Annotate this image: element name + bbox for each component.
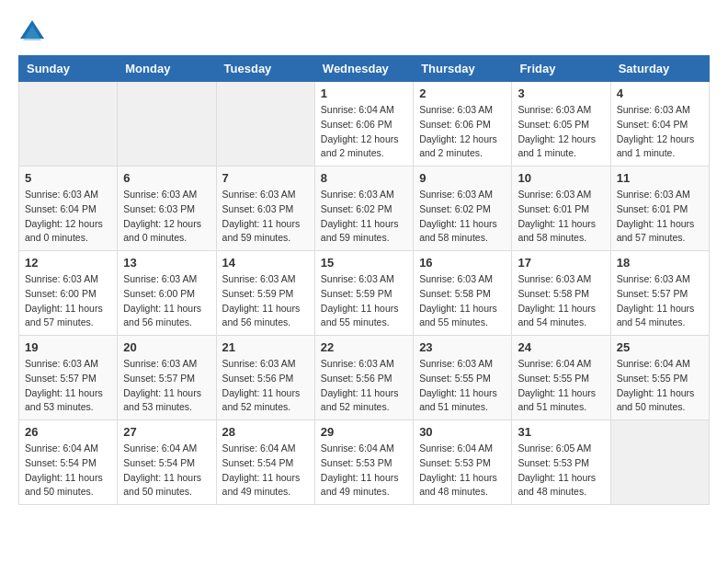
- calendar-week-row: 26Sunrise: 6:04 AMSunset: 5:54 PMDayligh…: [19, 420, 710, 505]
- daylight-hours: Daylight: 11 hours: [25, 303, 103, 314]
- day-number: 16: [419, 256, 506, 270]
- sunset-info: Sunset: 5:59 PM: [321, 288, 392, 299]
- weekday-header: Sunday: [19, 56, 118, 82]
- calendar-cell: 6Sunrise: 6:03 AMSunset: 6:03 PMDaylight…: [118, 167, 216, 251]
- day-info-line: and 2 minutes.: [321, 147, 384, 158]
- day-info-line: and 59 minutes.: [321, 232, 390, 243]
- day-info: Sunrise: 6:04 AMSunset: 5:54 PMDaylight:…: [123, 442, 210, 500]
- daylight-hours: Daylight: 11 hours: [25, 387, 103, 398]
- calendar-cell: 25Sunrise: 6:04 AMSunset: 5:55 PMDayligh…: [610, 336, 709, 420]
- daylight-hours: Daylight: 12 hours: [25, 218, 103, 229]
- day-info: Sunrise: 6:03 AMSunset: 6:03 PMDaylight:…: [222, 188, 309, 246]
- sunset-info: Sunset: 5:57 PM: [617, 288, 688, 299]
- daylight-hours: Daylight: 12 hours: [617, 133, 695, 144]
- sunset-info: Sunset: 5:54 PM: [25, 457, 97, 468]
- daylight-hours: Daylight: 12 hours: [123, 218, 201, 229]
- day-number: 17: [518, 256, 604, 270]
- day-number: 11: [617, 171, 703, 185]
- day-number: 8: [321, 171, 407, 185]
- day-info-line: and 54 minutes.: [518, 316, 586, 327]
- day-info: Sunrise: 6:03 AMSunset: 6:01 PMDaylight:…: [518, 188, 604, 246]
- day-info-line: and 50 minutes.: [123, 486, 192, 497]
- day-number: 4: [617, 86, 703, 100]
- sunrise-info: Sunrise: 6:03 AM: [518, 189, 591, 200]
- calendar-cell: 2Sunrise: 6:03 AMSunset: 6:06 PMDaylight…: [414, 82, 512, 167]
- day-info-line: and 2 minutes.: [419, 147, 483, 158]
- day-info: Sunrise: 6:03 AMSunset: 6:00 PMDaylight:…: [25, 272, 111, 330]
- calendar-cell: 9Sunrise: 6:03 AMSunset: 6:02 PMDaylight…: [414, 167, 512, 251]
- day-info: Sunrise: 6:04 AMSunset: 5:55 PMDaylight:…: [617, 357, 703, 415]
- weekday-header: Thursday: [414, 56, 512, 82]
- day-number: 9: [419, 171, 506, 185]
- sunrise-info: Sunrise: 6:03 AM: [123, 189, 197, 200]
- sunset-info: Sunset: 5:56 PM: [222, 373, 294, 384]
- sunset-info: Sunset: 6:00 PM: [25, 288, 97, 299]
- daylight-hours: Daylight: 11 hours: [25, 472, 103, 483]
- day-info-line: and 0 minutes.: [25, 232, 88, 243]
- calendar-cell: [610, 420, 709, 505]
- sunset-info: Sunset: 6:02 PM: [321, 203, 392, 214]
- sunrise-info: Sunrise: 6:04 AM: [321, 442, 394, 454]
- day-info: Sunrise: 6:03 AMSunset: 5:58 PMDaylight:…: [518, 272, 604, 330]
- sunset-info: Sunset: 6:01 PM: [617, 203, 688, 214]
- daylight-hours: Daylight: 11 hours: [419, 387, 497, 398]
- calendar-cell: 16Sunrise: 6:03 AMSunset: 5:58 PMDayligh…: [414, 251, 512, 336]
- day-info-line: and 56 minutes.: [123, 316, 192, 327]
- day-number: 2: [419, 86, 506, 100]
- daylight-hours: Daylight: 11 hours: [419, 218, 497, 229]
- day-info-line: and 58 minutes.: [518, 232, 586, 243]
- weekday-header: Tuesday: [216, 56, 314, 82]
- daylight-hours: Daylight: 12 hours: [321, 133, 399, 144]
- calendar-cell: 27Sunrise: 6:04 AMSunset: 5:54 PMDayligh…: [118, 420, 216, 505]
- weekday-header-row: SundayMondayTuesdayWednesdayThursdayFrid…: [19, 56, 710, 82]
- calendar-cell: 18Sunrise: 6:03 AMSunset: 5:57 PMDayligh…: [610, 251, 709, 336]
- sunrise-info: Sunrise: 6:03 AM: [419, 104, 493, 115]
- daylight-hours: Daylight: 11 hours: [123, 472, 201, 483]
- calendar-cell: [118, 82, 216, 167]
- day-info: Sunrise: 6:04 AMSunset: 6:06 PMDaylight:…: [321, 103, 407, 161]
- day-number: 20: [123, 340, 210, 354]
- day-info-line: and 58 minutes.: [419, 232, 488, 243]
- day-info-line: and 50 minutes.: [25, 486, 94, 497]
- calendar-table: SundayMondayTuesdayWednesdayThursdayFrid…: [18, 55, 710, 505]
- sunset-info: Sunset: 6:03 PM: [123, 203, 195, 214]
- day-number: 24: [518, 340, 604, 354]
- calendar-week-row: 19Sunrise: 6:03 AMSunset: 5:57 PMDayligh…: [19, 336, 710, 420]
- daylight-hours: Daylight: 11 hours: [419, 472, 497, 483]
- day-number: 28: [222, 425, 309, 439]
- sunrise-info: Sunrise: 6:03 AM: [518, 273, 591, 284]
- daylight-hours: Daylight: 11 hours: [222, 218, 301, 229]
- day-number: 18: [617, 256, 703, 270]
- day-info: Sunrise: 6:03 AMSunset: 5:57 PMDaylight:…: [617, 272, 703, 330]
- calendar-cell: 17Sunrise: 6:03 AMSunset: 5:58 PMDayligh…: [512, 251, 610, 336]
- sunset-info: Sunset: 5:53 PM: [419, 457, 491, 468]
- page-header: [18, 18, 710, 46]
- day-number: 14: [222, 256, 309, 270]
- sunrise-info: Sunrise: 6:03 AM: [25, 189, 98, 200]
- calendar-cell: 31Sunrise: 6:05 AMSunset: 5:53 PMDayligh…: [512, 420, 610, 505]
- day-number: 3: [518, 86, 604, 100]
- daylight-hours: Daylight: 11 hours: [518, 387, 596, 398]
- day-number: 23: [419, 340, 506, 354]
- day-info-line: and 52 minutes.: [222, 401, 291, 412]
- day-number: 5: [25, 171, 111, 185]
- day-number: 13: [123, 256, 210, 270]
- sunrise-info: Sunrise: 6:04 AM: [419, 442, 493, 454]
- sunrise-info: Sunrise: 6:03 AM: [617, 189, 690, 200]
- day-info-line: and 54 minutes.: [617, 316, 686, 327]
- day-info-line: and 50 minutes.: [617, 401, 686, 412]
- calendar-cell: 4Sunrise: 6:03 AMSunset: 6:04 PMDaylight…: [610, 82, 709, 167]
- day-info: Sunrise: 6:03 AMSunset: 6:00 PMDaylight:…: [123, 272, 210, 330]
- day-info: Sunrise: 6:03 AMSunset: 5:55 PMDaylight:…: [419, 357, 506, 415]
- sunrise-info: Sunrise: 6:04 AM: [518, 358, 591, 369]
- sunset-info: Sunset: 5:55 PM: [518, 373, 589, 384]
- day-number: 26: [25, 425, 111, 439]
- daylight-hours: Daylight: 11 hours: [321, 472, 399, 483]
- weekday-header: Monday: [118, 56, 216, 82]
- daylight-hours: Daylight: 11 hours: [518, 303, 596, 314]
- day-number: 30: [419, 425, 506, 439]
- sunrise-info: Sunrise: 6:03 AM: [25, 358, 98, 369]
- sunset-info: Sunset: 6:00 PM: [123, 288, 195, 299]
- day-info-line: and 49 minutes.: [222, 486, 291, 497]
- day-info: Sunrise: 6:03 AMSunset: 6:02 PMDaylight:…: [321, 188, 407, 246]
